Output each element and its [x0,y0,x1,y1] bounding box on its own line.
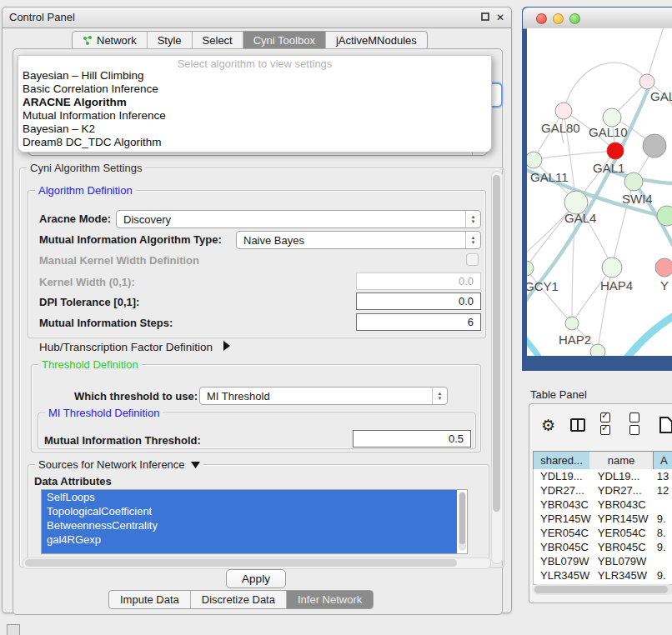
network-graph: GAL GAL80 GAL10 GAL1 GAL11 SWI4 GAL4 HAP… [527,28,672,356]
attributes-vertical-scrollbar[interactable] [459,492,466,551]
node-gcy1[interactable] [527,261,534,276]
table-row[interactable]: YER054CYER054C8. [534,526,672,540]
table-panel-title: Table Panel [530,388,587,401]
algorithm-definition-title: Algorithm Definition [35,184,136,197]
manual-kernel-width-checkbox[interactable] [466,253,479,266]
float-window-icon[interactable] [479,12,491,23]
mi-algorithm-type-value: Naive Bayes [237,234,465,247]
network-graph-icon [83,35,93,46]
table-horizontal-scrollbar-thumb[interactable] [534,586,668,593]
column-layout-icon[interactable] [570,418,585,432]
settings-horizontal-scrollbar-thumb[interactable] [25,559,457,567]
tab-style[interactable]: Style [148,32,193,49]
dropdown-item[interactable]: Bayesian – Hill Climbing [23,69,144,82]
aracne-mode-combo[interactable]: Discovery ▲▼ [116,210,481,228]
tab-network[interactable]: Network [73,32,148,49]
tab-cyni-toolbox[interactable]: Cyni Toolbox [243,32,326,49]
node-bottom[interactable] [590,344,605,356]
tab-jactivemnodules-label: jActiveMNodules [336,34,417,47]
node-hap2[interactable] [565,317,579,330]
tab-select[interactable]: Select [193,32,243,49]
dropdown-item[interactable]: Bayesian – K2 [23,122,95,135]
mi-steps-field[interactable]: 6 [356,313,481,331]
table-row[interactable]: YPR145WYPR145W9. [534,512,672,526]
dropdown-item[interactable]: Mutual Information Inference [23,109,166,122]
table-row[interactable]: YDL19...YDL19...13 [534,469,672,483]
mi-algorithm-type-combo[interactable]: Naive Bayes ▲▼ [236,231,481,249]
attribute-item[interactable]: TopologicalCoefficient [42,504,467,518]
table-row[interactable]: YBR043CYBR043C [534,498,672,512]
attribute-item[interactable]: SelfLoops [42,490,467,504]
control-panel-window: Control Panel ✕ Network Style Select Cyn… [2,7,512,613]
control-panel-titlebar[interactable]: Control Panel ✕ [3,8,511,28]
which-threshold-label: Which threshold to use: [74,390,198,402]
node-gal[interactable] [639,74,654,89]
dpi-tolerance-field[interactable]: 0.0 [356,292,481,310]
node-gray[interactable] [643,134,666,158]
attributes-scrollbar-thumb[interactable] [459,492,465,544]
kernel-width-field[interactable]: 0.0 [356,272,481,290]
tab-impute-data[interactable]: Impute Data [109,591,191,608]
table-row[interactable]: YDR27...YDR27...12 [534,483,672,498]
node-label: HAP2 [559,332,591,347]
mi-algorithm-type-label: Mutual Information Algorithm Type: [39,233,222,246]
data-attributes-label: Data Attributes [34,475,112,488]
settings-vertical-scrollbar[interactable] [491,171,503,564]
mac-close-icon[interactable] [536,13,547,24]
apply-button[interactable]: Apply [226,569,286,588]
attribute-item[interactable]: gal4RGexp [42,532,467,547]
node-swi4[interactable] [624,172,643,191]
mac-zoom-icon[interactable] [569,13,580,24]
manual-kernel-width-label: Manual Kernel Width Definition [39,254,199,267]
close-window-icon[interactable]: ✕ [494,12,506,23]
gear-icon[interactable]: ⚙ [541,416,555,435]
threshold-definition-title: Threshold Definition [38,358,142,371]
node-gal80[interactable] [555,102,572,119]
dropdown-item[interactable]: Basic Correlation Inference [23,82,158,95]
settings-group-title: Cyni Algorithm Settings [27,162,145,174]
select-all-checkboxes-icon[interactable] [600,412,620,438]
hub-definition-expander[interactable]: Hub/Transcription Factor Definition [39,341,230,353]
tab-network-label: Network [97,34,137,47]
combo-arrows-icon: ▲▼ [465,232,480,248]
settings-vertical-scrollbar-thumb[interactable] [493,175,500,512]
tab-jactivemnodules[interactable]: jActiveMNodules [326,32,427,49]
sources-group-title[interactable]: Sources for Network Inference [35,458,203,471]
data-attributes-list[interactable]: SelfLoops TopologicalCoefficient Between… [41,489,468,554]
which-threshold-combo[interactable]: MI Threshold ▲▼ [199,387,448,405]
node-gal1[interactable] [607,142,624,159]
column-header-shared-name[interactable]: shared... [533,451,590,470]
node-label: GAL4 [564,211,596,225]
table-row[interactable]: YLR345WYLR345W9. [534,568,672,582]
node-gal10[interactable] [603,108,621,127]
node-hap4[interactable] [602,258,622,278]
cyni-mode-tabbar: Impute Data Discretize Data Infer Networ… [108,590,374,609]
table-horizontal-scrollbar[interactable] [533,584,672,595]
node-salmon[interactable] [655,258,672,277]
aracne-mode-value: Discovery [117,213,465,226]
column-header-name[interactable]: name [589,451,654,470]
dpi-tolerance-label: DPI Tolerance [0,1]: [39,296,139,308]
sources-title-label: Sources for Network Inference [38,458,185,471]
tab-infer-network[interactable]: Infer Network [287,591,373,608]
network-view-window: GAL GAL80 GAL10 GAL1 GAL11 SWI4 GAL4 HAP… [522,7,672,371]
combo-arrows-icon: ▲▼ [432,388,447,404]
mini-palette-icon[interactable] [7,624,20,635]
node-gal11[interactable] [527,152,542,168]
table-body[interactable]: YDL19...YDL19...13 YDR27...YDR27...12 YB… [533,469,672,585]
settings-horizontal-scrollbar[interactable] [23,558,491,569]
attribute-item[interactable]: BetweennessCentrality [42,518,467,532]
mi-threshold-field[interactable]: 0.5 [353,430,471,448]
mi-steps-label: Mutual Information Steps: [39,317,173,329]
network-window-titlebar[interactable] [523,8,672,29]
column-header-next[interactable]: A [654,451,672,470]
network-canvas[interactable]: GAL GAL80 GAL10 GAL1 GAL11 SWI4 GAL4 HAP… [527,28,672,356]
mac-minimize-icon[interactable] [553,13,564,24]
table-row[interactable]: YBL079WYBL079W [534,554,672,568]
new-file-icon[interactable] [659,417,672,433]
tab-discretize-data[interactable]: Discretize Data [191,591,287,608]
dropdown-item-selected[interactable]: ARACNE Algorithm [23,96,127,108]
dropdown-item[interactable]: Dream8 DC_TDC Algorithm [23,136,162,148]
table-row[interactable]: YBR045CYBR045C9. [534,540,672,554]
deselect-all-checkboxes-icon[interactable] [629,412,649,438]
